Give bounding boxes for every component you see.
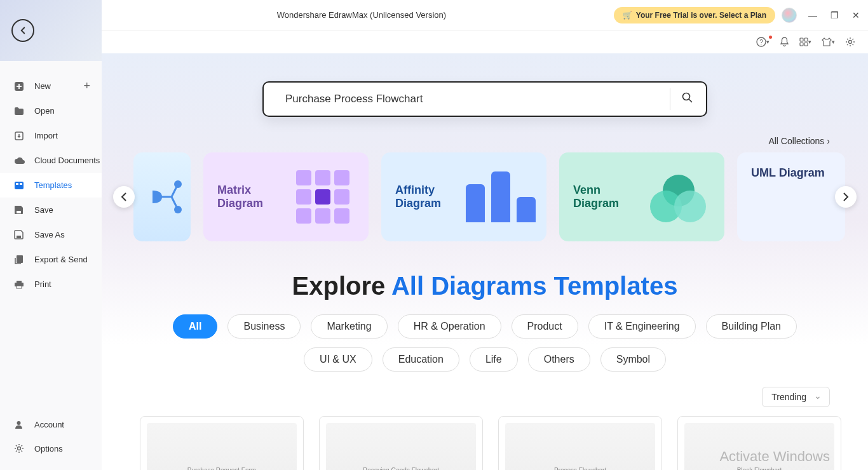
svg-point-20	[683, 93, 690, 100]
svg-rect-3	[16, 183, 18, 185]
theme-button[interactable]: ▾	[822, 37, 835, 47]
sidebar-item-label: Import	[34, 131, 58, 140]
filter-pill-marketing[interactable]: Marketing	[311, 314, 387, 339]
category-card-affinity[interactable]: Affinity Diagram	[381, 152, 546, 241]
print-icon	[14, 280, 28, 289]
settings-button[interactable]	[845, 37, 855, 47]
help-button[interactable]: ? ▾	[756, 37, 770, 47]
person-icon	[14, 420, 28, 429]
sidebar-item-new[interactable]: New +	[0, 74, 102, 98]
search-button[interactable]	[682, 92, 693, 106]
collections-row: All Collections ›	[102, 136, 868, 152]
templates-icon	[14, 181, 28, 190]
filter-pill-business[interactable]: Business	[227, 314, 301, 339]
sidebar-item-export-send[interactable]: Export & Send	[0, 247, 102, 272]
sidebar-item-label: Cloud Documents	[34, 156, 100, 165]
filter-pill-education[interactable]: Education	[383, 347, 459, 372]
filter-pill-it-engineering[interactable]: IT & Engineering	[588, 314, 696, 339]
sidebar-item-cloud-documents[interactable]: Cloud Documents	[0, 148, 102, 173]
sidebar-item-save-as[interactable]: Save As	[0, 222, 102, 247]
sidebar-item-save[interactable]: Save	[0, 198, 102, 222]
sidebar-item-print[interactable]: Print	[0, 272, 102, 297]
sidebar: New + Open Import Cloud Documents Templa…	[0, 0, 102, 470]
filter-pill-building-plan[interactable]: Building Plan	[706, 314, 797, 339]
trial-banner-text: Your Free Trial is over. Select a Plan	[636, 11, 766, 20]
category-card-matrix[interactable]: Matrix Diagram	[203, 152, 369, 241]
carousel-prev-button[interactable]	[113, 186, 135, 208]
template-card[interactable]: Process Flowchart	[498, 416, 662, 470]
matrix-art-icon	[291, 165, 355, 229]
filter-pill-ui-ux[interactable]: UI & UX	[304, 347, 372, 372]
svg-point-19	[849, 41, 852, 44]
sort-row: Trending	[102, 387, 868, 416]
template-card[interactable]: Block Flowchart	[677, 416, 841, 470]
category-card-uml[interactable]: UML Diagram	[737, 152, 845, 241]
template-card[interactable]: Purchase Request Form	[140, 416, 304, 470]
secondary-toolbar: ? ▾ ▾ ▾	[102, 30, 868, 53]
import-icon	[14, 131, 28, 141]
sidebar-menu: New + Open Import Cloud Documents Templa…	[0, 61, 102, 412]
sidebar-item-account[interactable]: Account	[0, 412, 102, 436]
notification-dot-icon	[769, 36, 772, 39]
filter-pill-others[interactable]: Others	[528, 347, 590, 372]
fishbone-icon	[153, 178, 184, 216]
category-label: Venn Diagram	[573, 184, 647, 210]
bell-button[interactable]	[780, 37, 789, 47]
venn-art-icon	[647, 165, 710, 229]
template-thumb: Block Flowchart	[684, 423, 834, 470]
app-title: Wondershare EdrawMax (Unlicensed Version…	[109, 10, 614, 20]
svg-point-12	[18, 447, 21, 450]
svg-point-11	[17, 421, 21, 425]
svg-rect-18	[804, 43, 808, 46]
category-card-venn[interactable]: Venn Diagram	[559, 152, 724, 241]
titlebar: Wondershare EdrawMax (Unlicensed Version…	[102, 0, 868, 30]
save-icon	[14, 205, 28, 215]
explore-heading-prefix: Explore	[292, 272, 391, 300]
cloud-icon	[14, 157, 28, 164]
gear-icon	[845, 37, 855, 47]
svg-rect-17	[800, 43, 803, 46]
trial-banner[interactable]: 🛒 Your Free Trial is over. Select a Plan	[614, 7, 775, 24]
filter-pill-hr-operation[interactable]: HR & Operation	[398, 314, 501, 339]
bell-icon	[780, 37, 789, 47]
search-input[interactable]	[285, 93, 658, 105]
carousel-next-button[interactable]	[835, 186, 857, 208]
template-card[interactable]: Receving Goods Flowchart	[319, 416, 483, 470]
save-as-icon	[14, 230, 28, 239]
sidebar-item-options[interactable]: Options	[0, 436, 102, 460]
plus-square-icon	[14, 81, 28, 91]
sidebar-footer: Account Options	[0, 412, 102, 470]
chevron-left-icon	[121, 192, 127, 201]
sidebar-item-open[interactable]: Open	[0, 98, 102, 123]
search-icon	[682, 92, 693, 104]
apps-button[interactable]: ▾	[799, 37, 811, 46]
arrow-left-icon	[17, 25, 29, 36]
sidebar-item-label: Print	[34, 279, 51, 289]
category-label: UML Diagram	[751, 166, 831, 180]
plus-icon[interactable]: +	[83, 79, 90, 93]
sidebar-item-templates[interactable]: Templates	[0, 173, 102, 198]
svg-rect-9	[17, 281, 22, 283]
maximize-button[interactable]: ❐	[830, 10, 839, 20]
sort-dropdown[interactable]: Trending	[762, 387, 830, 407]
filter-pill-all[interactable]: All	[173, 314, 217, 339]
sort-selected: Trending	[771, 392, 806, 402]
shirt-icon	[822, 37, 832, 47]
cart-icon: 🛒	[623, 11, 632, 20]
filter-pill-product[interactable]: Product	[512, 314, 578, 339]
sidebar-item-label: Open	[34, 106, 55, 116]
filter-pill-life[interactable]: Life	[470, 347, 518, 372]
category-label: Matrix Diagram	[217, 184, 291, 210]
filter-pill-symbol[interactable]: Symbol	[600, 347, 666, 372]
template-thumb: Receving Goods Flowchart	[326, 423, 476, 470]
svg-text:?: ?	[759, 39, 763, 46]
avatar[interactable]	[782, 8, 797, 23]
sidebar-item-import[interactable]: Import	[0, 123, 102, 148]
back-button[interactable]	[11, 19, 34, 42]
minimize-button[interactable]: —	[808, 10, 817, 20]
all-collections-link[interactable]: All Collections ›	[768, 136, 830, 146]
svg-rect-6	[17, 236, 21, 238]
close-button[interactable]: ✕	[851, 10, 860, 20]
sidebar-item-label: Templates	[34, 180, 72, 190]
category-card-partial[interactable]	[133, 152, 191, 241]
